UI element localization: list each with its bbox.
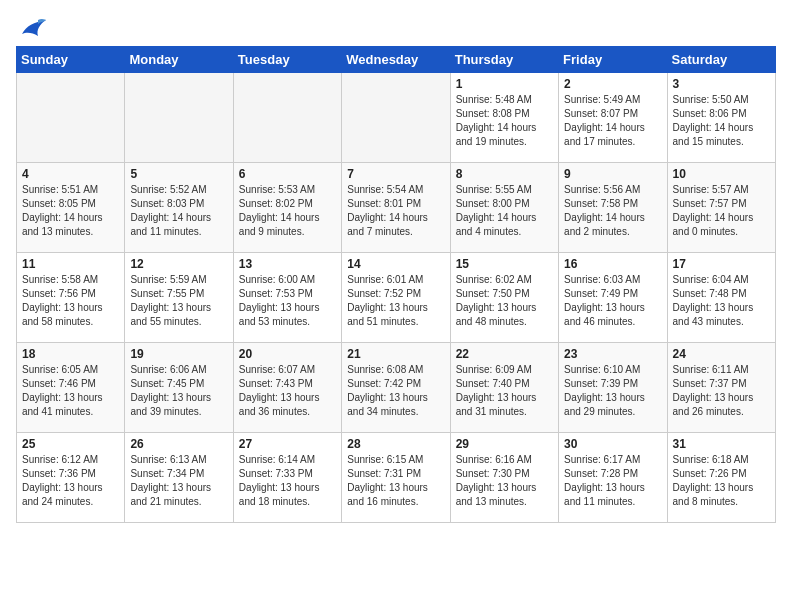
calendar-cell	[125, 73, 233, 163]
calendar-cell: 11Sunrise: 5:58 AM Sunset: 7:56 PM Dayli…	[17, 253, 125, 343]
calendar-cell: 12Sunrise: 5:59 AM Sunset: 7:55 PM Dayli…	[125, 253, 233, 343]
day-info: Sunrise: 6:04 AM Sunset: 7:48 PM Dayligh…	[673, 273, 770, 329]
day-info: Sunrise: 6:03 AM Sunset: 7:49 PM Dayligh…	[564, 273, 661, 329]
calendar-cell: 29Sunrise: 6:16 AM Sunset: 7:30 PM Dayli…	[450, 433, 558, 523]
weekday-header-friday: Friday	[559, 47, 667, 73]
weekday-header-thursday: Thursday	[450, 47, 558, 73]
calendar-cell: 14Sunrise: 6:01 AM Sunset: 7:52 PM Dayli…	[342, 253, 450, 343]
calendar-cell: 20Sunrise: 6:07 AM Sunset: 7:43 PM Dayli…	[233, 343, 341, 433]
day-number: 18	[22, 347, 119, 361]
calendar-cell: 17Sunrise: 6:04 AM Sunset: 7:48 PM Dayli…	[667, 253, 775, 343]
day-info: Sunrise: 6:12 AM Sunset: 7:36 PM Dayligh…	[22, 453, 119, 509]
calendar-cell: 23Sunrise: 6:10 AM Sunset: 7:39 PM Dayli…	[559, 343, 667, 433]
calendar-cell: 3Sunrise: 5:50 AM Sunset: 8:06 PM Daylig…	[667, 73, 775, 163]
day-number: 15	[456, 257, 553, 271]
day-info: Sunrise: 6:11 AM Sunset: 7:37 PM Dayligh…	[673, 363, 770, 419]
day-info: Sunrise: 6:09 AM Sunset: 7:40 PM Dayligh…	[456, 363, 553, 419]
calendar-cell: 26Sunrise: 6:13 AM Sunset: 7:34 PM Dayli…	[125, 433, 233, 523]
calendar-cell	[342, 73, 450, 163]
day-info: Sunrise: 6:08 AM Sunset: 7:42 PM Dayligh…	[347, 363, 444, 419]
day-number: 31	[673, 437, 770, 451]
day-number: 4	[22, 167, 119, 181]
calendar-week-3: 11Sunrise: 5:58 AM Sunset: 7:56 PM Dayli…	[17, 253, 776, 343]
calendar-cell: 19Sunrise: 6:06 AM Sunset: 7:45 PM Dayli…	[125, 343, 233, 433]
day-info: Sunrise: 6:06 AM Sunset: 7:45 PM Dayligh…	[130, 363, 227, 419]
calendar-table: SundayMondayTuesdayWednesdayThursdayFrid…	[16, 46, 776, 523]
calendar-cell: 25Sunrise: 6:12 AM Sunset: 7:36 PM Dayli…	[17, 433, 125, 523]
day-info: Sunrise: 6:02 AM Sunset: 7:50 PM Dayligh…	[456, 273, 553, 329]
calendar-cell: 18Sunrise: 6:05 AM Sunset: 7:46 PM Dayli…	[17, 343, 125, 433]
calendar-cell: 21Sunrise: 6:08 AM Sunset: 7:42 PM Dayli…	[342, 343, 450, 433]
day-number: 10	[673, 167, 770, 181]
day-number: 2	[564, 77, 661, 91]
calendar-cell: 16Sunrise: 6:03 AM Sunset: 7:49 PM Dayli…	[559, 253, 667, 343]
day-number: 22	[456, 347, 553, 361]
day-number: 7	[347, 167, 444, 181]
day-number: 9	[564, 167, 661, 181]
day-info: Sunrise: 6:05 AM Sunset: 7:46 PM Dayligh…	[22, 363, 119, 419]
page-header	[16, 16, 776, 38]
calendar-cell: 2Sunrise: 5:49 AM Sunset: 8:07 PM Daylig…	[559, 73, 667, 163]
day-number: 13	[239, 257, 336, 271]
day-info: Sunrise: 5:53 AM Sunset: 8:02 PM Dayligh…	[239, 183, 336, 239]
day-number: 14	[347, 257, 444, 271]
day-number: 5	[130, 167, 227, 181]
day-info: Sunrise: 5:49 AM Sunset: 8:07 PM Dayligh…	[564, 93, 661, 149]
day-info: Sunrise: 5:50 AM Sunset: 8:06 PM Dayligh…	[673, 93, 770, 149]
day-number: 29	[456, 437, 553, 451]
day-number: 19	[130, 347, 227, 361]
day-info: Sunrise: 5:57 AM Sunset: 7:57 PM Dayligh…	[673, 183, 770, 239]
calendar-week-5: 25Sunrise: 6:12 AM Sunset: 7:36 PM Dayli…	[17, 433, 776, 523]
calendar-cell: 9Sunrise: 5:56 AM Sunset: 7:58 PM Daylig…	[559, 163, 667, 253]
day-info: Sunrise: 6:01 AM Sunset: 7:52 PM Dayligh…	[347, 273, 444, 329]
day-info: Sunrise: 6:17 AM Sunset: 7:28 PM Dayligh…	[564, 453, 661, 509]
day-info: Sunrise: 6:16 AM Sunset: 7:30 PM Dayligh…	[456, 453, 553, 509]
calendar-cell: 28Sunrise: 6:15 AM Sunset: 7:31 PM Dayli…	[342, 433, 450, 523]
day-number: 11	[22, 257, 119, 271]
day-info: Sunrise: 5:59 AM Sunset: 7:55 PM Dayligh…	[130, 273, 227, 329]
day-number: 26	[130, 437, 227, 451]
day-info: Sunrise: 6:00 AM Sunset: 7:53 PM Dayligh…	[239, 273, 336, 329]
weekday-header-saturday: Saturday	[667, 47, 775, 73]
day-number: 6	[239, 167, 336, 181]
calendar-cell: 5Sunrise: 5:52 AM Sunset: 8:03 PM Daylig…	[125, 163, 233, 253]
day-number: 23	[564, 347, 661, 361]
calendar-cell: 30Sunrise: 6:17 AM Sunset: 7:28 PM Dayli…	[559, 433, 667, 523]
calendar-cell: 22Sunrise: 6:09 AM Sunset: 7:40 PM Dayli…	[450, 343, 558, 433]
day-info: Sunrise: 5:48 AM Sunset: 8:08 PM Dayligh…	[456, 93, 553, 149]
day-info: Sunrise: 5:55 AM Sunset: 8:00 PM Dayligh…	[456, 183, 553, 239]
day-info: Sunrise: 5:54 AM Sunset: 8:01 PM Dayligh…	[347, 183, 444, 239]
day-number: 20	[239, 347, 336, 361]
calendar-cell: 4Sunrise: 5:51 AM Sunset: 8:05 PM Daylig…	[17, 163, 125, 253]
calendar-week-4: 18Sunrise: 6:05 AM Sunset: 7:46 PM Dayli…	[17, 343, 776, 433]
day-number: 28	[347, 437, 444, 451]
day-info: Sunrise: 5:51 AM Sunset: 8:05 PM Dayligh…	[22, 183, 119, 239]
calendar-week-2: 4Sunrise: 5:51 AM Sunset: 8:05 PM Daylig…	[17, 163, 776, 253]
calendar-cell: 10Sunrise: 5:57 AM Sunset: 7:57 PM Dayli…	[667, 163, 775, 253]
weekday-header-row: SundayMondayTuesdayWednesdayThursdayFrid…	[17, 47, 776, 73]
day-number: 30	[564, 437, 661, 451]
day-info: Sunrise: 6:10 AM Sunset: 7:39 PM Dayligh…	[564, 363, 661, 419]
calendar-cell: 27Sunrise: 6:14 AM Sunset: 7:33 PM Dayli…	[233, 433, 341, 523]
day-info: Sunrise: 6:14 AM Sunset: 7:33 PM Dayligh…	[239, 453, 336, 509]
day-info: Sunrise: 5:58 AM Sunset: 7:56 PM Dayligh…	[22, 273, 119, 329]
weekday-header-sunday: Sunday	[17, 47, 125, 73]
day-info: Sunrise: 6:07 AM Sunset: 7:43 PM Dayligh…	[239, 363, 336, 419]
day-number: 1	[456, 77, 553, 91]
weekday-header-wednesday: Wednesday	[342, 47, 450, 73]
logo-bird-icon	[18, 16, 46, 38]
calendar-cell: 8Sunrise: 5:55 AM Sunset: 8:00 PM Daylig…	[450, 163, 558, 253]
day-number: 25	[22, 437, 119, 451]
day-number: 12	[130, 257, 227, 271]
calendar-cell: 13Sunrise: 6:00 AM Sunset: 7:53 PM Dayli…	[233, 253, 341, 343]
day-number: 17	[673, 257, 770, 271]
day-number: 24	[673, 347, 770, 361]
calendar-cell: 1Sunrise: 5:48 AM Sunset: 8:08 PM Daylig…	[450, 73, 558, 163]
calendar-cell	[233, 73, 341, 163]
day-number: 16	[564, 257, 661, 271]
calendar-cell: 31Sunrise: 6:18 AM Sunset: 7:26 PM Dayli…	[667, 433, 775, 523]
day-number: 21	[347, 347, 444, 361]
day-info: Sunrise: 6:18 AM Sunset: 7:26 PM Dayligh…	[673, 453, 770, 509]
calendar-cell: 6Sunrise: 5:53 AM Sunset: 8:02 PM Daylig…	[233, 163, 341, 253]
weekday-header-tuesday: Tuesday	[233, 47, 341, 73]
